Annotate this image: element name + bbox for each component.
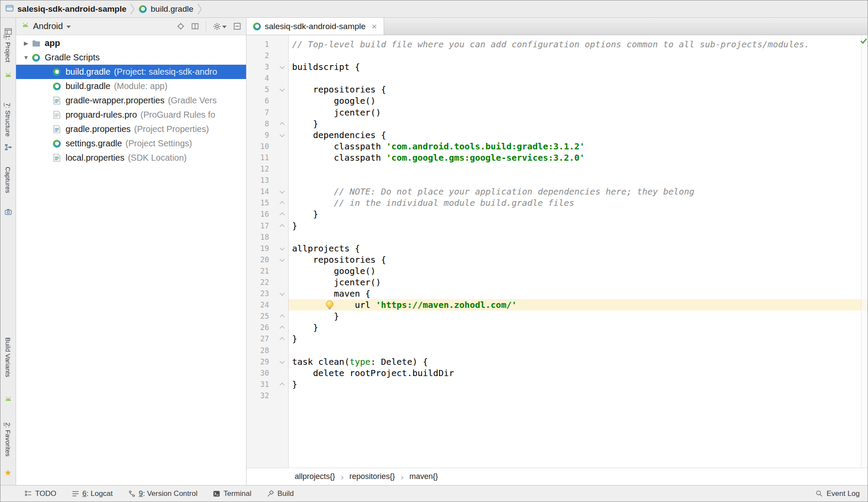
code-line-23[interactable]: maven { xyxy=(289,288,868,299)
tree-item-build-gradle[interactable]: build.gradle(Module: app) xyxy=(16,79,246,93)
fold-marker-icon[interactable] xyxy=(280,291,285,296)
split-panel-button[interactable] xyxy=(191,23,199,30)
tree-item-local-properties[interactable]: local.properties(SDK Location) xyxy=(16,151,246,165)
code-line-28[interactable] xyxy=(289,345,868,356)
code-editor[interactable]: 1234567891011121314151617181920212223242… xyxy=(247,35,868,468)
code-line-10[interactable]: classpath 'com.android.tools.build:gradl… xyxy=(289,141,868,152)
fold-marker-icon[interactable] xyxy=(280,325,285,330)
stripe-structure-button[interactable]: 7: Structure xyxy=(4,103,12,137)
code-line-21[interactable]: google() xyxy=(289,265,868,277)
fold-marker-icon[interactable] xyxy=(280,212,285,217)
gutter-row: 10 xyxy=(247,141,288,152)
status-build-button[interactable]: Build xyxy=(267,489,294,498)
code-line-24[interactable]: url 'https://maven.zohodl.com/' xyxy=(289,299,868,310)
tree-item-build-gradle[interactable]: build.gradle(Project: salesiq-sdk-andro xyxy=(16,65,246,79)
android-icon[interactable] xyxy=(4,71,12,79)
code-line-8[interactable]: } xyxy=(289,118,868,129)
status-version-control-button[interactable]: 9: Version Control xyxy=(128,489,197,498)
fold-marker-icon[interactable] xyxy=(280,382,285,387)
tree-item-secondary: (Gradle Vers xyxy=(168,96,217,106)
code-line-31[interactable]: } xyxy=(289,379,868,390)
collapse-all-button[interactable] xyxy=(233,23,241,30)
gradle-icon xyxy=(53,139,61,148)
code-line-29[interactable]: task clean(type: Delete) { xyxy=(289,356,868,367)
project-window-icon xyxy=(6,5,13,13)
editor-scrollbar[interactable] xyxy=(861,35,868,468)
code-line-30[interactable]: delete rootProject.buildDir xyxy=(289,367,868,379)
breadcrumb-item[interactable]: maven{} xyxy=(409,472,438,481)
status-todo-button[interactable]: TODO xyxy=(25,489,56,498)
fold-marker-icon[interactable] xyxy=(280,360,285,364)
code-line-3[interactable]: buildscript { xyxy=(289,61,868,73)
expand-arrow-icon[interactable]: ▶ xyxy=(20,40,32,46)
code-pane[interactable]: // Top-level build file where you can ad… xyxy=(289,35,868,468)
fold-marker-icon[interactable] xyxy=(280,246,285,251)
line-number: 26 xyxy=(247,322,269,333)
fold-marker-icon[interactable] xyxy=(280,337,285,341)
breadcrumb-file[interactable]: build.gradle xyxy=(151,4,193,14)
code-line-26[interactable]: } xyxy=(289,322,868,333)
tree-item-settings-gradle[interactable]: settings.gradle(Project Settings) xyxy=(16,136,246,151)
stripe-favorites-button[interactable]: 2: Favorites xyxy=(4,423,12,456)
settings-button[interactable] xyxy=(213,23,227,30)
code-line-11[interactable]: classpath 'com.google.gms:google-service… xyxy=(289,152,868,163)
tree-item-gradle-wrapper-properties[interactable]: gradle-wrapper.properties(Gradle Vers xyxy=(16,93,246,108)
tree-item-app[interactable]: ▶app xyxy=(16,36,246,50)
stripe-build-variants-button[interactable]: Build Variants xyxy=(4,337,12,377)
view-selector[interactable]: Android xyxy=(33,21,63,31)
code-line-18[interactable] xyxy=(289,231,868,243)
gear-icon xyxy=(213,23,221,30)
breadcrumb-project[interactable]: salesiq-sdk-android-sample xyxy=(17,4,126,14)
fold-marker-icon[interactable] xyxy=(280,314,285,319)
status-terminal-button[interactable]: Terminal xyxy=(213,489,251,498)
code-line-19[interactable]: allprojects { xyxy=(289,243,868,254)
code-line-1[interactable]: // Top-level build file where you can ad… xyxy=(289,39,868,50)
code-line-27[interactable]: } xyxy=(289,333,868,344)
intention-bulb-icon[interactable] xyxy=(326,301,333,308)
code-line-2[interactable] xyxy=(289,50,868,61)
tree-item-proguard-rules-pro[interactable]: proguard-rules.pro(ProGuard Rules fo xyxy=(16,108,246,122)
fold-marker-icon[interactable] xyxy=(280,133,285,138)
locate-file-button[interactable] xyxy=(177,23,184,30)
code-line-25[interactable]: } xyxy=(289,310,868,322)
code-line-32[interactable] xyxy=(289,390,868,401)
code-line-20[interactable]: repositories { xyxy=(289,254,868,265)
stripe-project-button[interactable]: 1: Project xyxy=(4,35,12,62)
fold-marker-icon[interactable] xyxy=(280,189,285,194)
captures-icon[interactable] xyxy=(4,208,12,216)
star-icon[interactable]: ★ xyxy=(4,469,12,477)
fold-marker-icon[interactable] xyxy=(280,201,285,205)
code-line-9[interactable]: dependencies { xyxy=(289,129,868,141)
code-line-17[interactable]: } xyxy=(289,220,868,231)
code-line-12[interactable] xyxy=(289,163,868,175)
breadcrumb-item[interactable]: allprojects{} xyxy=(295,472,335,481)
event-log-button[interactable]: Event Log xyxy=(815,489,860,498)
code-line-14[interactable]: // NOTE: Do not place your application d… xyxy=(289,186,868,197)
code-line-22[interactable]: jcenter() xyxy=(289,277,868,288)
tree-item-gradle-properties[interactable]: gradle.properties(Project Properties) xyxy=(16,122,246,136)
code-line-5[interactable]: repositories { xyxy=(289,84,868,95)
collapse-arrow-icon[interactable]: ▼ xyxy=(20,54,32,61)
android-icon[interactable] xyxy=(4,395,12,403)
code-line-4[interactable] xyxy=(289,73,868,84)
code-line-6[interactable]: google() xyxy=(289,95,868,106)
status-logcat-button[interactable]: 6: Logcat xyxy=(72,489,113,498)
code-line-13[interactable] xyxy=(289,175,868,186)
gutter-row: 21 xyxy=(247,265,288,277)
structure-icon[interactable] xyxy=(4,143,12,151)
fold-marker-icon[interactable] xyxy=(280,122,285,126)
tree-item-gradle-scripts[interactable]: ▼Gradle Scripts xyxy=(16,50,246,65)
code-line-16[interactable]: } xyxy=(289,208,868,220)
editor-tab-title: salesiq-sdk-android-sample xyxy=(265,22,365,31)
fold-marker-icon[interactable] xyxy=(280,65,285,69)
code-line-15[interactable]: // in the individual module build.gradle… xyxy=(289,197,868,208)
fold-marker-icon[interactable] xyxy=(280,224,285,228)
split-icon xyxy=(191,23,199,30)
code-line-7[interactable]: jcenter() xyxy=(289,107,868,118)
breadcrumb-item[interactable]: repositories{} xyxy=(349,472,395,481)
stripe-captures-button[interactable]: Captures xyxy=(4,167,12,193)
editor-tab[interactable]: salesiq-sdk-android-sample × xyxy=(247,18,384,35)
fold-marker-icon[interactable] xyxy=(280,258,285,262)
fold-marker-icon[interactable] xyxy=(280,87,285,92)
close-tab-icon[interactable]: × xyxy=(372,22,377,31)
